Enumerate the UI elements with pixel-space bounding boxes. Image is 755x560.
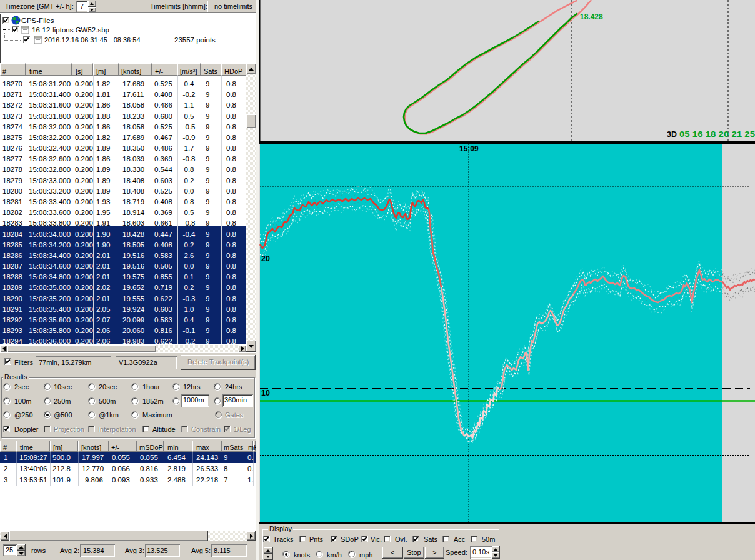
svg-text:18.428: 18.428 xyxy=(580,12,603,21)
svg-text:20: 20 xyxy=(261,254,270,263)
svg-text:10: 10 xyxy=(261,389,270,398)
svg-text:3D: 3D xyxy=(667,130,677,139)
svg-text:15:09: 15:09 xyxy=(459,144,479,153)
svg-text:05 16 18 20 21 25: 05 16 18 20 21 25 xyxy=(679,130,755,139)
